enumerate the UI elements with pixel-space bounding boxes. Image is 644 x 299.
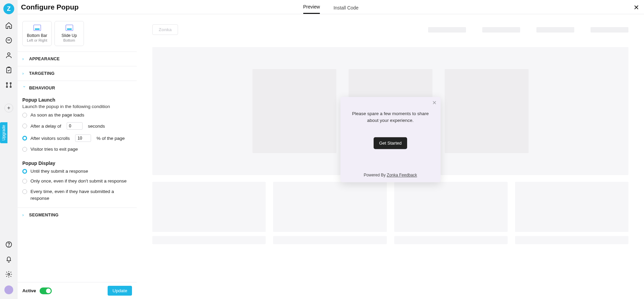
preview-hero-card [445, 69, 529, 153]
type-row-ghost [18, 14, 137, 19]
preview-tile [515, 182, 628, 232]
preview-tile [273, 182, 386, 232]
radio-icon [22, 179, 27, 184]
radio-icon [22, 189, 27, 194]
svg-rect-5 [7, 68, 11, 73]
type-label: Bottom Bar [27, 33, 47, 38]
popup-type-icon [34, 25, 41, 31]
opt-label-suffix: seconds [88, 124, 105, 129]
svg-point-1 [8, 40, 8, 40]
preview-tile [515, 236, 628, 244]
popup-launch-desc: Launch the popup in the following condit… [22, 104, 132, 109]
active-label: Active [22, 288, 36, 293]
preview-hero-card [252, 69, 336, 153]
display-options: Until they submit a response Only once, … [22, 169, 132, 201]
chevron-right-icon: › [22, 213, 26, 217]
delay-seconds-input[interactable] [67, 122, 83, 130]
opt-after-delay[interactable]: After a delay of seconds [22, 122, 132, 130]
gear-icon[interactable] [5, 271, 13, 278]
type-card-slide-up[interactable]: Slide Up Bottom [54, 21, 84, 46]
type-card-bottom-bar[interactable]: Bottom Bar Left or Right [22, 21, 52, 46]
preview-tile [273, 236, 386, 244]
opt-after-scroll[interactable]: After visitors scrolls % of the page [22, 134, 132, 142]
powered-by-prefix: Powered By [364, 173, 387, 177]
workflow-icon[interactable] [5, 81, 13, 89]
clipboard-icon[interactable] [5, 66, 13, 74]
section-title: BEHAVIOUR [29, 86, 55, 90]
svg-point-7 [10, 83, 12, 84]
update-button[interactable]: Update [108, 286, 132, 296]
opt-label: As soon as the page loads [30, 112, 84, 118]
help-icon[interactable] [5, 241, 13, 248]
config-sidebar: Bottom Bar Left or Right Slide Up Bottom… [18, 14, 137, 299]
brand-logo[interactable]: Z [3, 3, 14, 14]
active-toggle[interactable] [40, 287, 52, 294]
home-icon[interactable] [5, 22, 13, 29]
preview-tiles-row2 [152, 236, 628, 244]
popup-display-heading: Popup Display [22, 161, 132, 166]
radio-icon [22, 147, 27, 152]
survey-popup: ✕ Please spare a few moments to share ab… [340, 97, 441, 182]
popup-footer: Powered By Zonka Feedback [348, 173, 433, 177]
section-targeting[interactable]: › TARGETING [18, 66, 137, 81]
launch-options: As soon as the page loads After a delay … [22, 112, 132, 152]
opt-label: Every time, even if they have submitted … [30, 188, 132, 201]
rail-bottom-group [4, 241, 13, 299]
tab-preview[interactable]: Preview [303, 4, 320, 14]
opt-label: Only once, even if they don't submit a r… [30, 178, 127, 184]
type-card-ghost [22, 14, 52, 18]
avatar[interactable] [4, 285, 13, 294]
behaviour-body: Popup Launch Launch the popup in the fol… [18, 97, 137, 208]
svg-point-12 [8, 273, 10, 275]
close-icon[interactable]: ✕ [634, 3, 639, 12]
opt-page-load[interactable]: As soon as the page loads [22, 112, 132, 118]
top-header: Configure Popup Preview Install Code ✕ [18, 0, 644, 14]
popup-message: Please spare a few moments to share abou… [348, 110, 433, 124]
left-nav-rail: Z + [0, 0, 18, 299]
preview-fake-header: Zonka [152, 24, 628, 35]
svg-point-2 [8, 40, 9, 40]
radio-icon [22, 169, 27, 174]
popup-type-icon [66, 25, 73, 31]
powered-by-link[interactable]: Zonka Feedback [387, 173, 417, 177]
chevron-right-icon: › [22, 71, 26, 76]
svg-point-11 [8, 246, 9, 246]
user-icon[interactable] [5, 51, 13, 59]
preview-tile [394, 182, 508, 232]
svg-point-9 [10, 86, 12, 88]
chat-icon[interactable] [5, 37, 13, 44]
section-segmenting[interactable]: › SEGMENTING [18, 208, 137, 222]
popup-close-icon[interactable]: ✕ [432, 100, 437, 106]
section-appearance[interactable]: › APPEARANCE [18, 51, 137, 66]
opt-until-submit[interactable]: Until they submit a response [22, 169, 132, 174]
opt-label-suffix: % of the page [96, 136, 125, 141]
preview-navlink [591, 27, 628, 33]
preview-navlink [428, 27, 466, 33]
radio-icon [22, 136, 27, 141]
scroll-percent-input[interactable] [75, 134, 91, 142]
bell-icon[interactable] [5, 256, 13, 263]
section-title: SEGMENTING [29, 213, 59, 217]
section-behaviour[interactable]: › BEHAVIOUR [18, 81, 137, 95]
opt-label-prefix: After visitors scrolls [30, 136, 70, 141]
upgrade-tag[interactable]: Upgrade [0, 122, 7, 143]
opt-label-prefix: After a delay of [30, 124, 61, 129]
preview-navlink [536, 27, 574, 33]
opt-only-once[interactable]: Only once, even if they don't submit a r… [22, 178, 132, 184]
tab-install-code[interactable]: Install Code [333, 5, 358, 14]
preview-logo: Zonka [152, 24, 178, 35]
type-sublabel: Bottom [63, 38, 75, 42]
popup-cta-button[interactable]: Get Started [374, 137, 407, 149]
svg-point-3 [9, 40, 10, 40]
active-row: Active [22, 287, 52, 294]
type-row: Bottom Bar Left or Right Slide Up Bottom [18, 21, 137, 47]
opt-every-time[interactable]: Every time, even if they have submitted … [22, 188, 132, 201]
svg-point-8 [6, 86, 8, 88]
radio-icon [22, 124, 27, 128]
add-button[interactable]: + [4, 104, 13, 112]
svg-point-4 [7, 53, 10, 55]
opt-label: Until they submit a response [30, 169, 88, 174]
type-sublabel: Left or Right [27, 38, 47, 42]
opt-exit-intent[interactable]: Visitor tries to exit page [22, 147, 132, 152]
chevron-right-icon: › [22, 57, 26, 61]
